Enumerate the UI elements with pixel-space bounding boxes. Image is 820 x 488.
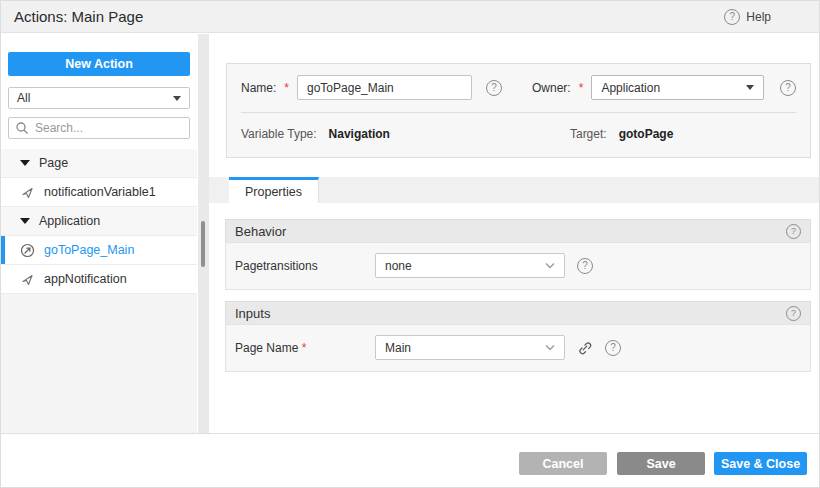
notification-icon <box>20 272 35 287</box>
expand-triangle-icon[interactable] <box>20 160 30 166</box>
actions-tree: Page notificationVariable1 Application g… <box>1 149 197 294</box>
help-label: Help <box>746 10 771 24</box>
behavior-section-header: Behavior ? <box>225 219 811 242</box>
pagetransitions-label: Pagetransitions <box>235 259 375 273</box>
name-owner-row: Name: * ? Owner: * Application ? <box>227 64 810 100</box>
save-and-close-button[interactable]: Save & Close <box>714 452 807 475</box>
notification-icon <box>20 185 35 200</box>
tree-group-label: Page <box>39 156 68 170</box>
filter-dropdown[interactable]: All <box>8 87 190 109</box>
chevron-down-icon <box>545 262 555 269</box>
new-action-button[interactable]: New Action <box>8 52 190 76</box>
search-input[interactable] <box>35 121 185 135</box>
behavior-section: Behavior ? Pagetransitions none ? <box>225 219 811 290</box>
page-name-dropdown-value: Main <box>385 341 411 355</box>
target-value: gotoPage <box>619 127 674 141</box>
owner-dropdown[interactable]: Application <box>591 75 764 100</box>
scrollbar-thumb[interactable] <box>201 221 205 267</box>
name-help-icon[interactable]: ? <box>486 80 502 96</box>
name-label: Name: <box>241 81 276 95</box>
cancel-button[interactable]: Cancel <box>519 452 607 475</box>
pagetransitions-help-icon[interactable]: ? <box>577 258 593 274</box>
tab-properties[interactable]: Properties <box>229 177 319 203</box>
actions-editor-window: Actions: Main Page ? Help New Action All <box>0 0 820 488</box>
variable-type-label: Variable Type: <box>241 127 317 141</box>
tree-item-notificationvariable1[interactable]: notificationVariable1 <box>1 178 197 207</box>
tree-item-appnotification[interactable]: appNotification <box>1 265 197 294</box>
inputs-section: Inputs ? Page Name * Main ? <box>225 301 811 372</box>
owner-label: Owner: <box>532 81 571 95</box>
inputs-section-body: Page Name * Main ? <box>225 324 811 372</box>
navigation-icon <box>20 243 35 258</box>
tree-group-label: Application <box>39 214 100 228</box>
tab-properties-label: Properties <box>245 185 302 199</box>
action-detail-panel: Name: * ? Owner: * Application ? Variabl… <box>209 34 820 433</box>
sidebar-controls: New Action All <box>1 34 197 149</box>
tab-strip: Properties <box>209 177 820 203</box>
inputs-section-header: Inputs ? <box>225 301 811 324</box>
page-title: Actions: Main Page <box>14 8 143 25</box>
behavior-section-title: Behavior <box>235 224 286 239</box>
required-asterisk: * <box>284 81 289 95</box>
pagetransitions-dropdown-value: none <box>385 259 412 273</box>
owner-dropdown-value: Application <box>601 81 660 95</box>
expand-triangle-icon[interactable] <box>20 218 30 224</box>
tree-item-label: notificationVariable1 <box>44 185 156 199</box>
page-name-help-icon[interactable]: ? <box>605 340 621 356</box>
header-bar: Actions: Main Page ? Help <box>1 1 820 33</box>
tree-item-label: appNotification <box>44 272 127 286</box>
link-icon[interactable] <box>577 340 593 356</box>
type-target-row: Variable Type: Navigation Target: gotoPa… <box>227 113 810 141</box>
actions-sidebar: New Action All Page notification <box>1 34 197 433</box>
behavior-help-icon[interactable]: ? <box>786 224 801 239</box>
tree-item-label: goToPage_Main <box>44 243 134 257</box>
tree-group-page[interactable]: Page <box>1 149 197 178</box>
owner-help-icon[interactable]: ? <box>780 80 796 96</box>
page-name-dropdown[interactable]: Main <box>375 335 565 360</box>
footer-bar: Cancel Save Save & Close <box>1 433 820 488</box>
help-button[interactable]: ? Help <box>724 9 771 25</box>
action-summary-box: Name: * ? Owner: * Application ? Variabl… <box>226 63 811 158</box>
page-name-label: Page Name * <box>235 341 375 355</box>
search-icon <box>15 121 30 136</box>
tree-group-application[interactable]: Application <box>1 207 197 236</box>
sidebar-scrollbar[interactable] <box>198 34 209 433</box>
name-input[interactable] <box>297 75 472 100</box>
variable-type-value: Navigation <box>329 127 390 141</box>
save-button[interactable]: Save <box>617 452 705 475</box>
required-asterisk: * <box>579 81 584 95</box>
behavior-section-body: Pagetransitions none ? <box>225 242 811 290</box>
inputs-help-icon[interactable]: ? <box>786 306 801 321</box>
target-label: Target: <box>570 127 607 141</box>
filter-dropdown-value: All <box>17 91 30 105</box>
inputs-section-title: Inputs <box>235 306 270 321</box>
help-icon: ? <box>724 9 740 25</box>
page-name-icons: ? <box>577 340 621 356</box>
caret-down-icon <box>173 96 181 101</box>
pagetransitions-icons: ? <box>577 258 593 274</box>
caret-down-icon <box>746 85 754 90</box>
chevron-down-icon <box>545 344 555 351</box>
search-box[interactable] <box>8 117 190 139</box>
tree-item-gotopage-main[interactable]: goToPage_Main <box>1 236 197 265</box>
pagetransitions-dropdown[interactable]: none <box>375 253 565 278</box>
required-asterisk: * <box>302 341 307 355</box>
